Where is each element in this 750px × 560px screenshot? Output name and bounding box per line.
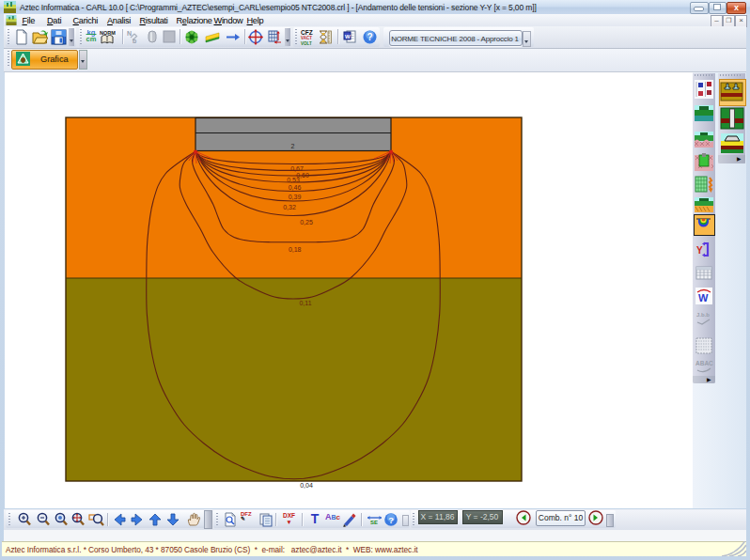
svg-text:SE: SE (370, 520, 378, 525)
svg-text:0,39: 0,39 (289, 194, 302, 200)
svg-text:0,04: 0,04 (300, 482, 313, 489)
svg-text:0,32: 0,32 (283, 204, 296, 210)
svg-text:0,25: 0,25 (300, 219, 313, 226)
svg-text:0,53: 0,53 (287, 177, 300, 183)
svg-text:Y: Y (696, 245, 703, 256)
svg-text:ABAC: ABAC (695, 360, 713, 366)
svg-text:0,11: 0,11 (299, 300, 311, 306)
svg-text:?: ? (388, 515, 394, 525)
svg-text:J.b.b: J.b.b (696, 312, 710, 318)
svg-text:0,18: 0,18 (289, 246, 302, 253)
svg-text:0,46: 0,46 (289, 184, 302, 191)
svg-text:0,67: 0,67 (290, 165, 304, 172)
svg-text:2: 2 (291, 143, 295, 149)
svg-text:W: W (698, 292, 709, 303)
